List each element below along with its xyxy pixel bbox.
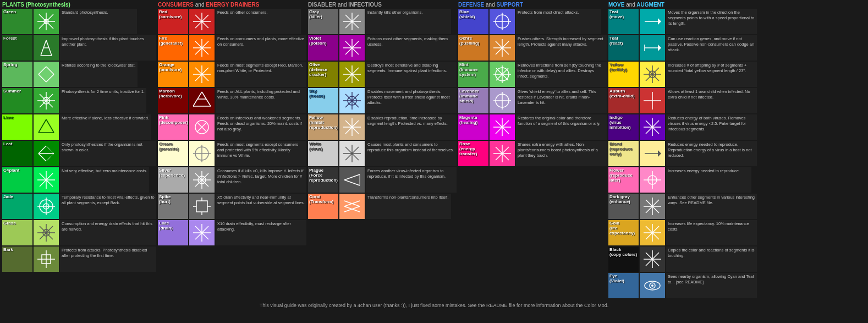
fallow-desc: Disables reproduction, time increased by…: [366, 114, 457, 140]
bark-desc: Protects from attacks. Photosynthesis di…: [60, 247, 156, 272]
black-swatch: Black(copy colors): [608, 247, 639, 272]
list-item: Mint(Immune system) Removes infections f…: [458, 62, 607, 87]
list-item: Dark gray(enhance) Enhances other segmen…: [608, 194, 757, 219]
blond-swatch: Blond(reproduce early): [608, 141, 639, 166]
auburn-icon: [640, 88, 665, 113]
list-item: Sky(freeze) Disables movement and photos…: [308, 88, 457, 113]
svg-rect-69: [196, 201, 207, 212]
lavender-desc: Gives 'shield energy' to allies and self…: [516, 88, 607, 113]
svg-line-12: [39, 67, 46, 74]
forest-icon: [34, 35, 59, 61]
list-item: C4plant Not very effective, but zero mai…: [2, 167, 156, 193]
olive-swatch: Olive(defense cracker): [308, 62, 338, 87]
summer-desc: Photosynthesis for 2 time units, inactiv…: [60, 88, 146, 113]
gray-swatch: Gray(killer): [308, 9, 338, 34]
list-item: Black(copy colors) Copies the color and …: [608, 247, 757, 272]
pink-desc: Feeds on infectious and weakened segment…: [216, 114, 306, 140]
eye-icon: [640, 273, 665, 298]
list-item: Fire(generalist) Feeds on consumers and …: [158, 35, 306, 61]
green-desc: Standard photosynthesis.: [60, 9, 137, 34]
forest-desc: Improved photosynthesis if this plant to…: [60, 35, 156, 61]
plague-swatch: Plague(Forcereproduction): [308, 167, 338, 193]
eye-desc: Sees nearby organism, allowing Cyan and …: [666, 273, 757, 298]
auburn-swatch: Auburn(extra-child): [608, 88, 639, 113]
lilac-desc: X10 drain effectivity, must recharge aft…: [216, 220, 306, 245]
summer-swatch: Summer: [2, 88, 32, 113]
list-item: Lime More effective if alone, less effec…: [2, 114, 156, 140]
list-item: Bark Protects from attacks. Photosynthes…: [2, 247, 156, 272]
plague-desc: Forces another virus-infected organism t…: [366, 167, 457, 193]
list-item: White(virus) Causes most plants and cons…: [308, 141, 457, 166]
auburn-desc: Allows at least 1 own child when infecte…: [666, 88, 757, 113]
cream-desc: Feeds on most segments except consumers …: [216, 141, 306, 166]
lavender-icon: [490, 88, 515, 113]
list-item: Gold(life expectancy) Increases life exp…: [608, 220, 757, 245]
plague-icon: [339, 167, 365, 193]
svg-line-22: [39, 146, 46, 154]
green-icon: [34, 9, 59, 34]
jade-icon: [34, 194, 59, 219]
ochre-swatch: Ochre(pushing): [458, 35, 488, 61]
defense-section: DEFENSE and SUPPORT Blue(shield) Protect…: [458, 2, 607, 167]
teal-react-swatch: Teal(react): [608, 35, 639, 61]
gold-icon: [640, 220, 665, 245]
maroon-swatch: Maroon(herbivore): [158, 88, 188, 113]
spring-desc: Rotates according to the 'clockwise' sta…: [60, 62, 138, 87]
list-item: Violet(poison) Poisons most other segmen…: [308, 35, 457, 61]
list-item: Green Standard photosynthesis.: [2, 9, 156, 34]
c4plant-icon: [34, 167, 59, 193]
svg-marker-136: [658, 45, 661, 51]
footer-text: This visual guide was originally created…: [2, 299, 866, 310]
list-item: Eye(Violet) Sees nearby organism, allowi…: [608, 273, 757, 298]
list-item: Teal(move) Moves the organism in the dir…: [608, 9, 757, 34]
ochre-icon: [490, 35, 515, 61]
grass-icon: [34, 220, 59, 245]
yellow-desc: Increases # of offspring by # of segment…: [666, 62, 757, 87]
list-item: Indigo(virus inhibition) Reduces energy …: [608, 114, 757, 140]
mint-swatch: Mint(Immune system): [458, 62, 488, 87]
sky-desc: Disables movement and photosynthesis. Pr…: [366, 88, 457, 113]
eye-swatch: Eye(Violet): [608, 273, 639, 298]
magenta-icon: [490, 114, 515, 140]
list-item: Spring Rotates according to the 'clockwi…: [2, 62, 156, 87]
indigo-desc: Reduces energy of both viruses. Removes …: [666, 114, 757, 140]
grass-desc: Consumption and energy drain effects tha…: [60, 220, 156, 245]
list-item: Pink(decomposer) Feeds on infectious and…: [158, 114, 306, 140]
list-item: Olive(defense cracker) Destroys most def…: [308, 62, 457, 87]
teal-move-swatch: Teal(move): [608, 9, 639, 34]
gold-desc: Increases life expectancy. 10% maintenan…: [666, 220, 757, 245]
list-item: Plague(Forcereproduction) Forces another…: [308, 167, 457, 193]
white-desc: Causes most plants and consumers to repr…: [366, 141, 457, 166]
list-item: Auburn(extra-child) Allows at least 1 ow…: [608, 88, 757, 113]
fire-desc: Feeds on consumers and plants, more effe…: [216, 35, 306, 61]
plants-section: PLANTS (Photosynthesis) Green Standard p…: [2, 2, 156, 273]
svg-line-11: [39, 74, 46, 82]
consumers-header: CONSUMERS and ENERGY DRAINERS: [158, 2, 306, 9]
cream-icon: [189, 141, 215, 166]
mint-desc: Removes infections from self (by touchin…: [516, 62, 607, 87]
svg-line-10: [46, 74, 54, 82]
defense-header: DEFENSE and SUPPORT: [458, 2, 607, 9]
blue-icon: [490, 9, 515, 34]
violet-desc: Poisons most other segments, making them…: [366, 35, 457, 61]
consumers-section: CONSUMERS and ENERGY DRAINERS Red(carniv…: [158, 2, 306, 247]
blue-desc: Protects from most direct attacks.: [516, 9, 601, 34]
list-item: Fallow(Inhibitreproduction) Disables rep…: [308, 114, 457, 140]
lime-swatch: Lime: [2, 114, 32, 140]
list-item: Summer Photosynthesis for 2 time units, …: [2, 88, 156, 113]
spike-icon: [189, 194, 215, 219]
leaf-swatch: Leaf: [2, 141, 32, 166]
fire-swatch: Fire(generalist): [158, 35, 188, 61]
gray-icon: [339, 9, 365, 34]
blond-desc: Reduces energy needed to reproduce. Repr…: [666, 141, 757, 166]
pink-swatch: Pink(decomposer): [158, 114, 188, 140]
rose-desc: Shares extra energy with allies. Non-pla…: [516, 141, 607, 166]
darkgray-desc: Enhances other segments in various inter…: [666, 194, 757, 219]
lilac-icon: [189, 220, 215, 245]
gold-swatch: Gold(life expectancy): [608, 220, 639, 245]
silver-desc: Consumes if # kills >0, kills improve it…: [216, 167, 306, 193]
orange-desc: Feeds on most segments except Red, Maroo…: [216, 62, 306, 87]
coral-swatch: Coral(Transform): [308, 194, 338, 219]
teal-move-desc: Moves the organism in the direction the …: [666, 9, 757, 34]
maroon-icon: [189, 88, 215, 113]
